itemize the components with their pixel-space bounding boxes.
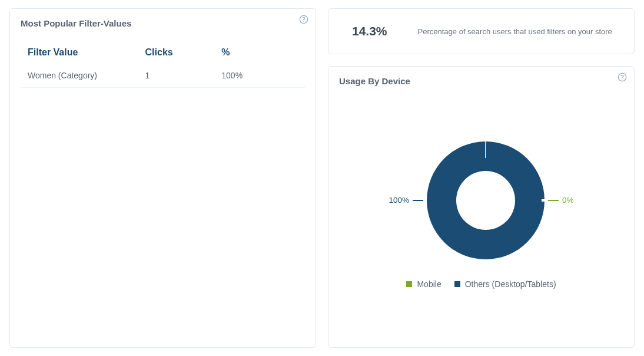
help-icon[interactable] — [618, 72, 627, 82]
cell-value: Women (Category) — [28, 71, 145, 80]
cell-clicks: 1 — [145, 71, 222, 80]
usage-by-device-card: Usage By Device 100% 0% — [328, 66, 635, 348]
stat-value: 14.3% — [352, 24, 387, 38]
card-title: Most Popular Filter-Values — [21, 18, 305, 28]
tick-icon — [413, 200, 423, 201]
help-icon[interactable] — [299, 15, 308, 24]
cell-pct: 100% — [221, 71, 298, 80]
popular-filter-values-card: Most Popular Filter-Values Filter Value … — [9, 8, 316, 348]
table-header: Filter Value Clicks % — [21, 41, 305, 64]
col-clicks: Clicks — [145, 47, 222, 58]
filter-usage-stat-card: 14.3% Percentage of search users that us… — [328, 8, 635, 54]
chart-label-mobile: 0% — [545, 196, 574, 205]
card-title: Usage By Device — [339, 76, 623, 86]
stat-description: Percentage of search users that used fil… — [418, 27, 612, 36]
svg-point-1 — [303, 21, 304, 22]
legend-item-others[interactable]: Others (Desktop/Tablets) — [454, 279, 556, 289]
swatch-icon — [406, 281, 412, 287]
col-filter-value: Filter Value — [28, 47, 145, 58]
donut-chart: 100% 0% Mobile — [339, 86, 623, 338]
donut-ring — [427, 141, 545, 259]
chart-legend: Mobile Others (Desktop/Tablets) — [406, 279, 556, 289]
col-percent: % — [221, 47, 298, 58]
filter-table: Filter Value Clicks % Women (Category) 1… — [21, 41, 305, 88]
table-row: Women (Category) 1 100% — [21, 64, 305, 88]
swatch-icon — [454, 281, 460, 287]
chart-label-others: 100% — [389, 196, 427, 205]
legend-item-mobile[interactable]: Mobile — [406, 279, 441, 289]
svg-point-3 — [622, 79, 622, 80]
tick-icon — [548, 200, 559, 201]
